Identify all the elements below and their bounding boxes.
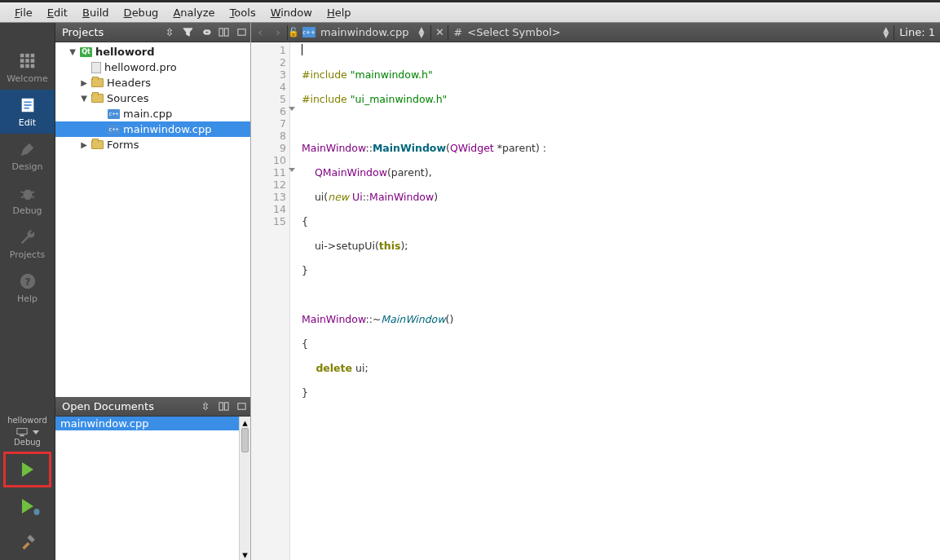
svg-rect-11 — [24, 104, 31, 106]
chevron-down-icon — [33, 430, 39, 434]
document-icon — [19, 96, 37, 114]
scroll-down-button[interactable]: ▾ — [240, 549, 250, 560]
svg-text:?: ? — [24, 275, 30, 287]
svg-rect-0 — [20, 53, 24, 57]
menu-analyze[interactable]: Analyze — [166, 5, 221, 20]
svg-rect-29 — [237, 403, 245, 409]
cpp-file-icon: c++ — [108, 125, 120, 134]
menu-help[interactable]: Help — [320, 5, 358, 20]
open-document-item[interactable]: mainwindow.cpp — [55, 417, 239, 430]
pencil-icon — [19, 140, 37, 158]
nav-back-button[interactable]: ‹ — [251, 26, 269, 38]
close-panel-icon[interactable] — [232, 401, 250, 412]
svg-rect-8 — [30, 64, 34, 68]
text-cursor — [302, 44, 302, 55]
svg-rect-1 — [25, 53, 29, 57]
close-panel-icon[interactable] — [232, 27, 250, 37]
mode-design[interactable]: Design — [0, 134, 55, 178]
link-icon[interactable] — [196, 27, 214, 37]
mode-help[interactable]: ? Help — [0, 266, 55, 310]
svg-rect-26 — [237, 29, 245, 35]
tree-root[interactable]: ▼ Qt helloword — [55, 44, 250, 60]
close-editor-button[interactable]: ✕ — [431, 26, 448, 38]
tree-label: Sources — [107, 92, 148, 104]
lock-icon[interactable]: 🔓 — [288, 27, 302, 37]
menu-edit[interactable]: Edit — [41, 5, 74, 20]
menu-build[interactable]: Build — [76, 5, 116, 20]
open-documents-title: Open Documents — [62, 400, 196, 412]
mode-debug[interactable]: Debug — [0, 178, 55, 222]
tree-pro-file[interactable]: ▶ helloword.pro — [55, 60, 250, 75]
split-icon[interactable] — [214, 27, 232, 37]
line-indicator[interactable]: Line: 1 — [894, 26, 940, 38]
menu-bar: File Edit Build Debug Analyze Tools Wind… — [0, 0, 940, 23]
mode-edit[interactable]: Edit — [0, 90, 55, 134]
mode-label: Edit — [19, 117, 36, 128]
bug-icon — [19, 184, 37, 202]
updown-icon[interactable]: ⇳ — [196, 400, 214, 412]
open-documents-header: Open Documents ⇳ — [55, 397, 250, 417]
tree-label: helloword — [95, 46, 155, 58]
tree-label: mainwindow.cpp — [123, 123, 211, 135]
cpp-file-icon: c++ — [108, 109, 120, 119]
qt-project-icon: Qt — [80, 47, 92, 57]
svg-point-13 — [23, 189, 32, 200]
split-icon[interactable] — [214, 401, 232, 412]
svg-rect-5 — [30, 59, 34, 63]
project-tree[interactable]: ▼ Qt helloword ▶ helloword.pro ▶ Headers… — [55, 42, 250, 397]
svg-rect-7 — [25, 64, 29, 68]
tree-forms[interactable]: ▶ Forms — [55, 137, 250, 152]
mode-projects[interactable]: Projects — [0, 222, 55, 266]
svg-rect-23 — [27, 535, 34, 542]
updown-icon[interactable]: ▲▼ — [883, 27, 894, 38]
svg-point-22 — [34, 509, 40, 515]
tree-label: helloword.pro — [104, 61, 177, 73]
svg-rect-12 — [24, 107, 29, 108]
menu-debug[interactable]: Debug — [117, 5, 165, 20]
folder-icon — [91, 78, 104, 87]
nav-forward-button[interactable]: › — [269, 26, 287, 38]
editor-filename[interactable]: mainwindow.cpp — [320, 26, 408, 38]
menu-window[interactable]: Window — [264, 5, 319, 20]
updown-icon[interactable]: ⇳ — [161, 26, 179, 38]
svg-rect-24 — [218, 29, 223, 36]
svg-rect-25 — [224, 29, 228, 36]
tree-source-item[interactable]: ▶ c++ mainwindow.cpp — [55, 121, 250, 137]
svg-rect-21 — [20, 435, 24, 437]
symbol-selector[interactable]: <Select Symbol> — [467, 26, 560, 38]
build-button[interactable] — [0, 524, 55, 560]
run-button[interactable] — [3, 452, 51, 487]
target-selector[interactable]: helloword Debug — [0, 412, 55, 451]
tree-headers[interactable]: ▶ Headers — [55, 75, 250, 90]
code-editor[interactable]: 1 2 3 4 5 6 7 8 9 10 11 12 13 14 15 — [251, 42, 940, 560]
svg-rect-3 — [20, 59, 24, 63]
menu-file[interactable]: File — [8, 5, 39, 20]
updown-icon[interactable]: ▲▼ — [418, 27, 424, 38]
tree-source-item[interactable]: ▶ c++ main.cpp — [55, 106, 250, 121]
code-content[interactable]: #include "mainwindow.h" #include "ui_mai… — [290, 42, 940, 560]
monitor-icon — [16, 427, 28, 437]
tree-sources[interactable]: ▼ Sources — [55, 90, 250, 106]
open-documents-list[interactable]: mainwindow.cpp ▴ ▾ — [55, 417, 250, 560]
mode-label: Design — [12, 161, 43, 172]
menu-tools[interactable]: Tools — [223, 5, 263, 20]
folder-icon — [91, 140, 104, 149]
tree-label: Headers — [107, 77, 151, 89]
pro-file-icon — [91, 62, 101, 73]
mode-welcome[interactable]: Welcome — [0, 46, 55, 90]
svg-rect-6 — [20, 64, 24, 68]
scrollbar[interactable]: ▴ ▾ — [239, 417, 250, 560]
mode-label: Help — [17, 293, 38, 304]
bug-overlay-icon — [32, 506, 42, 516]
run-debug-button[interactable] — [0, 488, 55, 524]
mode-label: Projects — [10, 249, 45, 260]
wrench-icon — [19, 228, 37, 246]
svg-rect-27 — [218, 403, 223, 410]
scroll-up-button[interactable]: ▴ — [240, 417, 250, 428]
filter-icon[interactable] — [179, 27, 196, 37]
svg-rect-2 — [30, 53, 34, 57]
play-icon — [22, 462, 33, 477]
scroll-thumb[interactable] — [241, 428, 249, 452]
symbol-hash-icon: # — [448, 26, 467, 38]
cpp-file-icon: c++ — [302, 27, 316, 37]
